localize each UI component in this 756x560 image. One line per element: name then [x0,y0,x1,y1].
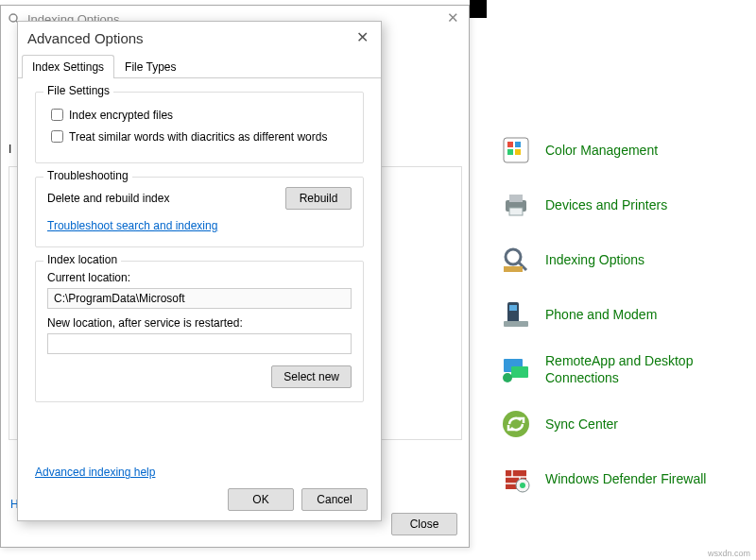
advanced-footer: OK Cancel [228,488,368,511]
svg-point-16 [503,373,512,382]
advanced-options-titlebar: Advanced Options [18,22,381,54]
cp-label: RemoteApp and Desktop Connections [545,352,745,386]
troubleshooting-legend: Troubleshooting [43,169,132,182]
cp-item-sync-center[interactable]: Sync Center [487,397,756,451]
current-location-label: Current location: [47,271,352,284]
troubleshoot-link[interactable]: Troubleshoot search and indexing [47,219,217,232]
firewall-icon [498,461,534,497]
tab-file-types[interactable]: File Types [114,55,186,78]
svg-rect-15 [511,366,528,378]
advanced-tabs: Index Settings File Types [18,54,381,78]
troubleshooting-group: Troubleshooting Delete and rebuild index… [35,177,364,247]
svg-rect-4 [515,149,521,155]
indexing-close-button[interactable]: ✕ [442,9,463,28]
svg-point-25 [9,14,17,22]
svg-rect-3 [507,149,513,155]
tab-content: File Settings Index encrypted files Trea… [18,78,381,429]
index-location-legend: Index location [43,253,121,266]
cp-label: Phone and Modem [545,306,657,323]
file-settings-group: File Settings Index encrypted files Trea… [35,92,364,163]
diacritics-label: Treat similar words with diacritics as d… [69,130,327,144]
watermark: wsxdn.com [708,549,750,558]
svg-rect-7 [509,208,523,215]
control-panel-list: Color Management Devices and Printers In… [487,0,756,560]
cp-item-indexing-options[interactable]: Indexing Options [487,232,756,287]
cp-item-firewall[interactable]: Windows Defender Firewall [487,451,756,506]
svg-rect-2 [515,142,521,147]
svg-rect-10 [504,266,523,272]
index-encrypted-label: Index encrypted files [69,109,173,122]
cp-item-phone-modem[interactable]: Phone and Modem [487,287,756,342]
rebuild-button[interactable]: Rebuild [285,187,352,210]
file-settings-legend: File Settings [43,84,113,97]
svg-point-17 [503,411,529,437]
cp-label: Color Management [545,142,658,159]
tab-index-settings[interactable]: Index Settings [22,55,114,78]
index-location-group: Index location Current location: New loc… [35,261,364,402]
advanced-help-link[interactable]: Advanced indexing help [35,466,155,479]
new-location-label: New location, after service is restarted… [47,316,352,330]
cp-label: Devices and Printers [545,196,667,213]
svg-rect-1 [507,142,513,147]
phone-icon [498,297,534,332]
ok-button[interactable]: OK [228,488,294,511]
printer-icon [498,187,534,223]
current-location-field[interactable] [47,288,352,309]
cp-label: Windows Defender Firewall [545,470,706,487]
svg-rect-12 [509,305,517,311]
advanced-options-title: Advanced Options [27,30,144,46]
cancel-button[interactable]: Cancel [301,488,368,511]
color-management-icon [498,132,534,168]
indexing-close-footer-button[interactable]: Close [391,513,457,535]
svg-point-24 [520,483,525,488]
cp-label: Indexing Options [545,251,644,268]
advanced-close-button[interactable]: ✕ [351,27,373,48]
advanced-options-dialog: Advanced Options ✕ Index Settings File T… [17,21,382,521]
new-location-field[interactable] [47,333,352,354]
cp-label: Sync Center [545,416,618,433]
index-encrypted-checkbox[interactable] [51,109,63,121]
cp-item-devices-printers[interactable]: Devices and Printers [487,178,756,232]
svg-rect-13 [504,321,528,327]
remote-desktop-icon [498,351,534,387]
rebuild-description: Delete and rebuild index [47,192,169,205]
svg-rect-6 [509,195,523,202]
diacritics-checkbox[interactable] [51,130,63,143]
cp-item-remoteapp[interactable]: RemoteApp and Desktop Connections [487,342,756,397]
select-new-button[interactable]: Select new [271,365,352,388]
truncated-label: I [9,143,11,156]
sync-icon [498,406,534,442]
svg-point-8 [506,249,521,264]
indexing-icon [498,242,534,278]
cp-item-color-management[interactable]: Color Management [487,123,756,178]
